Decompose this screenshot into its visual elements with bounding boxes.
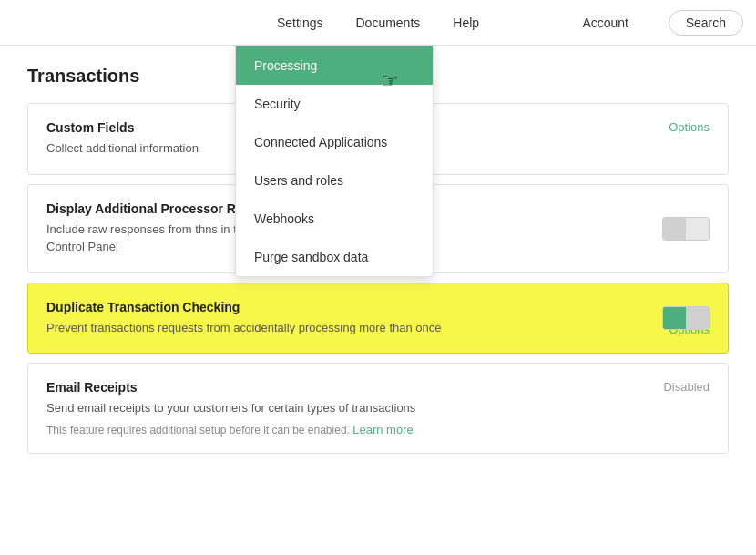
toggle-on-part <box>663 307 686 329</box>
nav-settings[interactable]: Settings <box>277 15 323 30</box>
custom-fields-options[interactable]: Options <box>669 120 710 134</box>
dropdown-security[interactable]: Security <box>236 85 433 123</box>
email-receipts-setup-text: This feature requires additional setup b… <box>46 424 350 437</box>
email-receipts-title: Email Receipts <box>46 380 710 395</box>
nav-search[interactable]: Search <box>669 10 743 36</box>
email-receipts-card: Email Receipts Send email receipts to yo… <box>27 363 729 454</box>
nav-help[interactable]: Help <box>453 15 479 30</box>
toggle-track[interactable] <box>662 217 710 241</box>
toggle-right <box>686 218 709 240</box>
duplicate-checking-card: Duplicate Transaction Checking Prevent t… <box>27 283 729 355</box>
dropdown-processing[interactable]: Processing <box>236 46 433 85</box>
dropdown-webhooks[interactable]: Webhooks <box>236 200 433 238</box>
dropdown-connected-applications[interactable]: Connected Applications <box>236 123 433 161</box>
toggle-track-on[interactable] <box>662 306 710 330</box>
top-nav: Settings Documents Help Account Search <box>0 0 756 46</box>
duplicate-checking-desc: Prevent transactions requests from accid… <box>46 319 710 337</box>
email-receipts-desc: Send email receipts to your customers fo… <box>46 399 710 417</box>
display-processor-toggle[interactable] <box>662 217 710 241</box>
email-receipts-learn-more-line: This feature requires additional setup b… <box>46 423 710 437</box>
duplicate-checking-title: Duplicate Transaction Checking <box>46 300 710 314</box>
learn-more-link[interactable]: Learn more <box>352 423 413 437</box>
nav-links: Settings Documents Help <box>277 15 479 30</box>
dropdown-users-roles[interactable]: Users and roles <box>236 161 433 200</box>
dropdown-purge-sandbox[interactable]: Purge sandbox data <box>236 238 433 276</box>
nav-account[interactable]: Account <box>582 15 628 30</box>
nav-documents[interactable]: Documents <box>355 15 420 30</box>
settings-dropdown: Processing Security Connected Applicatio… <box>235 46 434 277</box>
toggle-left <box>663 218 686 240</box>
toggle-off-part <box>686 307 709 329</box>
email-receipts-disabled: Disabled <box>663 380 710 394</box>
duplicate-checking-toggle[interactable] <box>662 306 710 330</box>
